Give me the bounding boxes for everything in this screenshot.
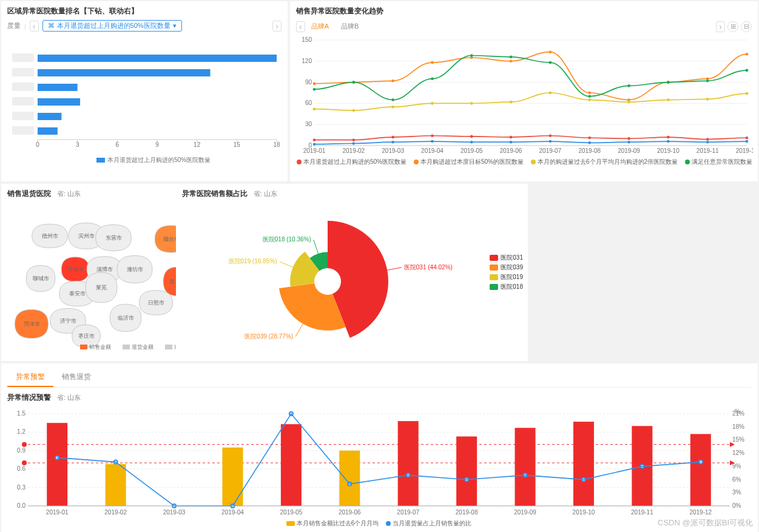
svg-point-89: [313, 88, 316, 91]
svg-rect-196: [222, 448, 243, 506]
svg-text:2019-11: 2019-11: [697, 147, 719, 154]
svg-text:销售金额: 销售金额: [89, 344, 111, 350]
svg-line-163: [314, 240, 319, 254]
svg-rect-198: [281, 424, 302, 506]
svg-point-102: [353, 142, 356, 145]
config-icon[interactable]: ⊞: [727, 21, 738, 32]
svg-rect-193: [106, 464, 126, 506]
svg-text:2019-10: 2019-10: [573, 509, 595, 516]
svg-rect-19: [12, 82, 34, 91]
svg-text:德州市: 德州市: [42, 233, 58, 239]
svg-text:2019-12: 2019-12: [689, 509, 712, 516]
svg-text:2019-09: 2019-09: [514, 509, 536, 516]
svg-text:菏泽市: 菏泽市: [24, 321, 40, 327]
svg-point-108: [588, 141, 591, 144]
svg-point-76: [746, 53, 749, 56]
svg-text:2019-05: 2019-05: [460, 147, 483, 154]
svg-rect-130: [80, 345, 87, 349]
svg-text:济南市: 济南市: [67, 266, 84, 272]
svg-text:医院018 (10.36%): 医院018 (10.36%): [263, 236, 311, 243]
svg-text:0.0: 0.0: [17, 502, 25, 509]
svg-point-107: [549, 140, 552, 143]
svg-point-68: [431, 61, 434, 64]
region-rank-chart: 0369121518本月退货超过上月购进的50%医院数量: [7, 34, 283, 167]
svg-text:2019-04: 2019-04: [421, 147, 444, 154]
svg-rect-18: [38, 69, 211, 76]
svg-point-103: [391, 141, 394, 144]
svg-point-71: [549, 50, 552, 53]
svg-text:9: 9: [155, 141, 159, 148]
svg-point-109: [627, 141, 630, 144]
trend-chart: 03060901201502019-012019-022019-032019-0…: [296, 35, 753, 175]
svg-text:0.9: 0.9: [17, 447, 25, 454]
chevron-down-icon: ▾: [173, 22, 177, 30]
svg-point-54: [353, 138, 356, 141]
svg-point-57: [470, 135, 473, 138]
pie-province: 省: 山东: [254, 189, 277, 198]
svg-text:30: 30: [305, 121, 312, 127]
tab-brand-a[interactable]: 品牌A: [305, 20, 335, 33]
measure-chip[interactable]: ⌘ 本月退货超过上月购进的50%医院数量 ▾: [42, 20, 182, 32]
svg-rect-26: [38, 127, 58, 135]
svg-point-105: [470, 141, 473, 144]
svg-rect-202: [398, 421, 419, 506]
svg-text:2019-11: 2019-11: [631, 509, 653, 516]
panel-pie: 异常医院销售额占比 省: 山东 医院031 (44.02%)医院039 (28.…: [176, 184, 528, 361]
svg-line-161: [280, 261, 293, 267]
svg-point-111: [706, 141, 709, 144]
svg-point-83: [549, 92, 552, 95]
svg-point-93: [470, 54, 473, 57]
svg-point-53: [313, 138, 316, 141]
svg-text:0.6: 0.6: [17, 465, 25, 472]
svg-text:医院019 (16.85%): 医院019 (16.85%): [229, 258, 277, 264]
svg-text:9%: 9%: [732, 463, 741, 470]
svg-text:潍坊市: 潍坊市: [127, 266, 143, 272]
svg-text:2019-08: 2019-08: [578, 147, 601, 154]
svg-point-86: [667, 98, 670, 101]
svg-point-88: [746, 92, 749, 95]
svg-text:2019-07: 2019-07: [397, 509, 419, 516]
pie-title: 异常医院销售额占比: [182, 189, 248, 199]
svg-rect-15: [12, 53, 34, 62]
region-rank-title: 区域异常医院数量排名【下钻、联动右】: [7, 6, 282, 16]
svg-point-92: [431, 78, 434, 81]
svg-text:聊城市: 聊城市: [33, 275, 49, 281]
svg-point-94: [510, 56, 513, 59]
svg-point-61: [627, 137, 630, 140]
svg-point-100: [746, 69, 749, 72]
svg-point-77: [313, 107, 316, 110]
settings-icon[interactable]: ⊟: [741, 21, 752, 32]
svg-point-63: [706, 138, 709, 141]
tab-alert[interactable]: 异常预警: [7, 368, 53, 387]
svg-rect-200: [339, 451, 360, 506]
tab-nav-left[interactable]: ‹: [296, 21, 305, 32]
svg-text:3: 3: [76, 141, 79, 148]
svg-point-85: [627, 101, 630, 104]
nav-right-icon[interactable]: ›: [272, 21, 282, 32]
svg-point-165: [314, 268, 341, 295]
tab-nav-right[interactable]: ›: [716, 21, 725, 32]
svg-rect-132: [123, 345, 130, 349]
svg-point-58: [510, 136, 513, 139]
svg-text:60: 60: [305, 99, 312, 106]
svg-point-96: [588, 95, 591, 98]
svg-text:6: 6: [116, 141, 120, 148]
svg-text:2019-02: 2019-02: [104, 509, 127, 516]
svg-text:6%: 6%: [732, 476, 741, 483]
svg-point-62: [667, 136, 670, 139]
svg-text:东营市: 东营市: [106, 235, 122, 241]
svg-text:2019-06: 2019-06: [339, 509, 361, 516]
tab-sales-return[interactable]: 销售退货: [53, 368, 100, 387]
svg-point-60: [588, 136, 591, 140]
svg-text:2019-01: 2019-01: [303, 147, 326, 154]
nav-left-icon[interactable]: ‹: [30, 21, 39, 32]
tab-brand-b[interactable]: 品牌B: [335, 20, 365, 33]
svg-rect-20: [38, 84, 78, 91]
svg-text:0: 0: [36, 141, 39, 148]
svg-text:15: 15: [234, 141, 241, 148]
svg-rect-191: [47, 423, 67, 506]
svg-text:淄博市: 淄博市: [96, 266, 113, 272]
panel-trend: 销售异常医院数量变化趋势 ‹ 品牌A 品牌B › ⊞ ⊟ 03060901201…: [290, 1, 758, 181]
panel-alert: 异常预警 销售退货 异常情况预警 省: 山东 0.00.30.60.91.21.…: [1, 363, 758, 532]
svg-point-64: [746, 136, 749, 140]
